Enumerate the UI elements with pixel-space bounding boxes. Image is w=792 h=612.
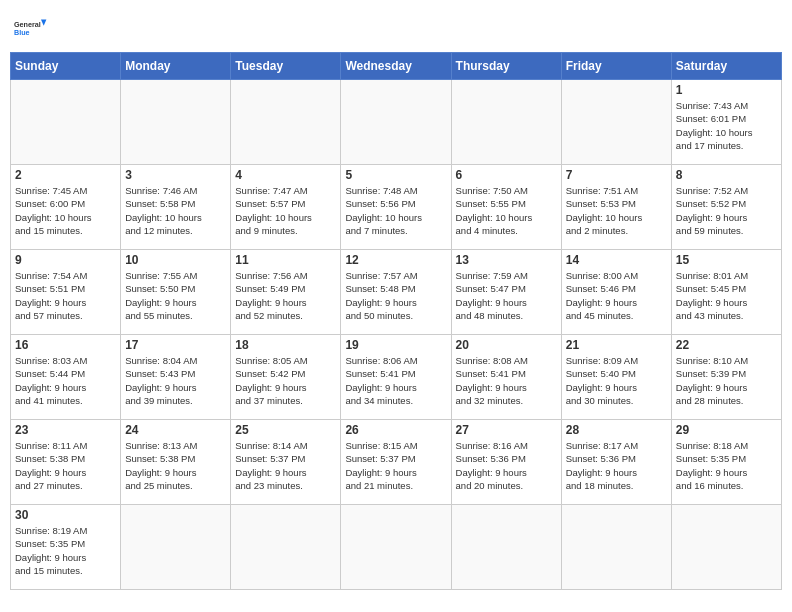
calendar-cell <box>561 505 671 590</box>
day-info: Sunrise: 7:52 AM Sunset: 5:52 PM Dayligh… <box>676 184 777 237</box>
day-info: Sunrise: 7:55 AM Sunset: 5:50 PM Dayligh… <box>125 269 226 322</box>
week-row-2: 2Sunrise: 7:45 AM Sunset: 6:00 PM Daylig… <box>11 165 782 250</box>
day-info: Sunrise: 7:57 AM Sunset: 5:48 PM Dayligh… <box>345 269 446 322</box>
day-info: Sunrise: 8:15 AM Sunset: 5:37 PM Dayligh… <box>345 439 446 492</box>
calendar-cell <box>561 80 671 165</box>
week-row-5: 23Sunrise: 8:11 AM Sunset: 5:38 PM Dayli… <box>11 420 782 505</box>
day-number: 6 <box>456 168 557 182</box>
calendar-cell: 25Sunrise: 8:14 AM Sunset: 5:37 PM Dayli… <box>231 420 341 505</box>
calendar-cell <box>451 80 561 165</box>
day-info: Sunrise: 8:01 AM Sunset: 5:45 PM Dayligh… <box>676 269 777 322</box>
calendar-cell: 23Sunrise: 8:11 AM Sunset: 5:38 PM Dayli… <box>11 420 121 505</box>
calendar-cell <box>231 80 341 165</box>
day-number: 17 <box>125 338 226 352</box>
day-number: 4 <box>235 168 336 182</box>
day-number: 19 <box>345 338 446 352</box>
day-info: Sunrise: 8:03 AM Sunset: 5:44 PM Dayligh… <box>15 354 116 407</box>
calendar-cell: 28Sunrise: 8:17 AM Sunset: 5:36 PM Dayli… <box>561 420 671 505</box>
calendar-cell: 5Sunrise: 7:48 AM Sunset: 5:56 PM Daylig… <box>341 165 451 250</box>
week-row-4: 16Sunrise: 8:03 AM Sunset: 5:44 PM Dayli… <box>11 335 782 420</box>
day-header-sunday: Sunday <box>11 53 121 80</box>
day-info: Sunrise: 8:16 AM Sunset: 5:36 PM Dayligh… <box>456 439 557 492</box>
day-header-wednesday: Wednesday <box>341 53 451 80</box>
calendar-cell: 9Sunrise: 7:54 AM Sunset: 5:51 PM Daylig… <box>11 250 121 335</box>
day-number: 7 <box>566 168 667 182</box>
day-number: 5 <box>345 168 446 182</box>
day-number: 11 <box>235 253 336 267</box>
calendar-cell: 17Sunrise: 8:04 AM Sunset: 5:43 PM Dayli… <box>121 335 231 420</box>
day-number: 8 <box>676 168 777 182</box>
day-number: 30 <box>15 508 116 522</box>
calendar-header-row: SundayMondayTuesdayWednesdayThursdayFrid… <box>11 53 782 80</box>
calendar-cell: 1Sunrise: 7:43 AM Sunset: 6:01 PM Daylig… <box>671 80 781 165</box>
day-info: Sunrise: 8:10 AM Sunset: 5:39 PM Dayligh… <box>676 354 777 407</box>
day-info: Sunrise: 7:51 AM Sunset: 5:53 PM Dayligh… <box>566 184 667 237</box>
calendar-cell: 26Sunrise: 8:15 AM Sunset: 5:37 PM Dayli… <box>341 420 451 505</box>
day-number: 9 <box>15 253 116 267</box>
day-info: Sunrise: 8:19 AM Sunset: 5:35 PM Dayligh… <box>15 524 116 577</box>
calendar-cell: 21Sunrise: 8:09 AM Sunset: 5:40 PM Dayli… <box>561 335 671 420</box>
day-info: Sunrise: 8:13 AM Sunset: 5:38 PM Dayligh… <box>125 439 226 492</box>
day-info: Sunrise: 7:54 AM Sunset: 5:51 PM Dayligh… <box>15 269 116 322</box>
day-info: Sunrise: 7:47 AM Sunset: 5:57 PM Dayligh… <box>235 184 336 237</box>
calendar-cell: 7Sunrise: 7:51 AM Sunset: 5:53 PM Daylig… <box>561 165 671 250</box>
calendar-cell <box>121 80 231 165</box>
day-info: Sunrise: 7:43 AM Sunset: 6:01 PM Dayligh… <box>676 99 777 152</box>
calendar-cell <box>121 505 231 590</box>
day-info: Sunrise: 8:06 AM Sunset: 5:41 PM Dayligh… <box>345 354 446 407</box>
day-number: 20 <box>456 338 557 352</box>
calendar-cell: 22Sunrise: 8:10 AM Sunset: 5:39 PM Dayli… <box>671 335 781 420</box>
day-number: 16 <box>15 338 116 352</box>
day-info: Sunrise: 8:08 AM Sunset: 5:41 PM Dayligh… <box>456 354 557 407</box>
day-info: Sunrise: 8:17 AM Sunset: 5:36 PM Dayligh… <box>566 439 667 492</box>
calendar-cell <box>451 505 561 590</box>
day-number: 22 <box>676 338 777 352</box>
logo: GeneralBlue <box>14 10 50 46</box>
calendar-cell: 18Sunrise: 8:05 AM Sunset: 5:42 PM Dayli… <box>231 335 341 420</box>
calendar-cell <box>11 80 121 165</box>
calendar-cell: 14Sunrise: 8:00 AM Sunset: 5:46 PM Dayli… <box>561 250 671 335</box>
svg-text:Blue: Blue <box>14 28 30 37</box>
calendar-cell: 19Sunrise: 8:06 AM Sunset: 5:41 PM Dayli… <box>341 335 451 420</box>
svg-marker-2 <box>41 19 46 25</box>
week-row-3: 9Sunrise: 7:54 AM Sunset: 5:51 PM Daylig… <box>11 250 782 335</box>
calendar-cell <box>341 80 451 165</box>
day-number: 29 <box>676 423 777 437</box>
week-row-1: 1Sunrise: 7:43 AM Sunset: 6:01 PM Daylig… <box>11 80 782 165</box>
calendar-cell: 16Sunrise: 8:03 AM Sunset: 5:44 PM Dayli… <box>11 335 121 420</box>
day-info: Sunrise: 8:09 AM Sunset: 5:40 PM Dayligh… <box>566 354 667 407</box>
calendar-cell: 4Sunrise: 7:47 AM Sunset: 5:57 PM Daylig… <box>231 165 341 250</box>
day-info: Sunrise: 7:46 AM Sunset: 5:58 PM Dayligh… <box>125 184 226 237</box>
calendar-cell <box>231 505 341 590</box>
calendar-cell: 3Sunrise: 7:46 AM Sunset: 5:58 PM Daylig… <box>121 165 231 250</box>
day-number: 10 <box>125 253 226 267</box>
calendar-cell <box>341 505 451 590</box>
day-info: Sunrise: 7:50 AM Sunset: 5:55 PM Dayligh… <box>456 184 557 237</box>
calendar-table: SundayMondayTuesdayWednesdayThursdayFrid… <box>10 52 782 590</box>
day-info: Sunrise: 8:14 AM Sunset: 5:37 PM Dayligh… <box>235 439 336 492</box>
day-number: 12 <box>345 253 446 267</box>
calendar-cell: 6Sunrise: 7:50 AM Sunset: 5:55 PM Daylig… <box>451 165 561 250</box>
calendar-cell: 13Sunrise: 7:59 AM Sunset: 5:47 PM Dayli… <box>451 250 561 335</box>
day-number: 28 <box>566 423 667 437</box>
day-header-saturday: Saturday <box>671 53 781 80</box>
day-info: Sunrise: 7:59 AM Sunset: 5:47 PM Dayligh… <box>456 269 557 322</box>
day-number: 2 <box>15 168 116 182</box>
day-number: 14 <box>566 253 667 267</box>
day-header-thursday: Thursday <box>451 53 561 80</box>
day-info: Sunrise: 7:45 AM Sunset: 6:00 PM Dayligh… <box>15 184 116 237</box>
day-number: 1 <box>676 83 777 97</box>
calendar-cell: 10Sunrise: 7:55 AM Sunset: 5:50 PM Dayli… <box>121 250 231 335</box>
day-header-monday: Monday <box>121 53 231 80</box>
day-number: 3 <box>125 168 226 182</box>
calendar-cell: 30Sunrise: 8:19 AM Sunset: 5:35 PM Dayli… <box>11 505 121 590</box>
day-header-tuesday: Tuesday <box>231 53 341 80</box>
day-info: Sunrise: 8:18 AM Sunset: 5:35 PM Dayligh… <box>676 439 777 492</box>
day-info: Sunrise: 8:04 AM Sunset: 5:43 PM Dayligh… <box>125 354 226 407</box>
week-row-6: 30Sunrise: 8:19 AM Sunset: 5:35 PM Dayli… <box>11 505 782 590</box>
day-number: 26 <box>345 423 446 437</box>
calendar-cell: 29Sunrise: 8:18 AM Sunset: 5:35 PM Dayli… <box>671 420 781 505</box>
svg-text:General: General <box>14 20 41 29</box>
day-number: 23 <box>15 423 116 437</box>
day-number: 15 <box>676 253 777 267</box>
